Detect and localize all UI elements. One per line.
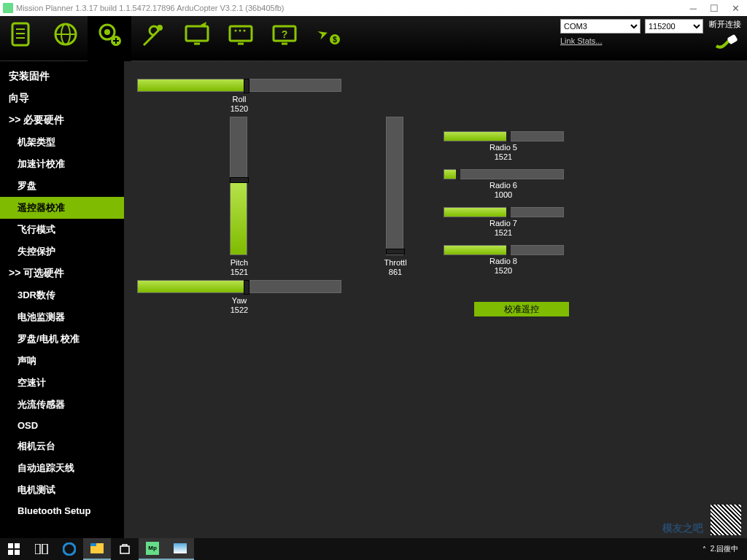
monitor-plane-icon <box>182 20 212 49</box>
donate-icon: $ <box>314 20 343 49</box>
svg-rect-27 <box>15 543 20 548</box>
svg-rect-29 <box>15 550 20 555</box>
nav-initial-setup[interactable]: 初始设置 <box>88 16 131 61</box>
svg-rect-31 <box>42 544 47 554</box>
explorer-icon[interactable] <box>83 538 111 560</box>
nav-donate[interactable]: 捐赠 $ <box>306 16 350 61</box>
sidebar-item-gimbal[interactable]: 相机云台 <box>0 435 124 457</box>
svg-rect-35 <box>120 546 129 553</box>
sidebar-item-frame[interactable]: 机架类型 <box>0 131 124 153</box>
window-titlebar: Mission Planner 1.3.17 build 1.1.5472.17… <box>0 0 747 16</box>
svg-point-32 <box>63 543 75 555</box>
radio5-bar <box>444 131 564 141</box>
pitch-label: Pitch1521 <box>210 258 268 277</box>
yaw-label: Yaw1522 <box>210 296 268 315</box>
sidebar-item-mandatory[interactable]: >> 必要硬件 <box>0 109 124 131</box>
qr-code <box>711 505 741 535</box>
sidebar-item-accel[interactable]: 加速计校准 <box>0 153 124 175</box>
nav-help[interactable]: 帮助 ? <box>263 16 306 61</box>
sidebar-item-3dr[interactable]: 3DR数传 <box>0 284 124 306</box>
svg-rect-13 <box>186 26 208 41</box>
wrench-icon <box>139 20 168 49</box>
radio7-label: Radio 71521 <box>474 219 533 238</box>
roll-label: Roll1520 <box>210 95 268 114</box>
sidebar-item-optional[interactable]: >> 可选硬件 <box>0 262 124 284</box>
svg-point-18 <box>244 29 246 31</box>
gear-plus-icon <box>95 20 124 49</box>
svg-point-17 <box>239 29 241 31</box>
radio8-label: Radio 81520 <box>474 257 533 276</box>
roll-bar <box>137 79 341 92</box>
start-button[interactable] <box>0 538 28 560</box>
app-task-icon[interactable] <box>166 538 194 560</box>
radio6-label: Radio 61000 <box>474 181 533 200</box>
disconnect-button[interactable]: 断开连接 <box>709 19 741 49</box>
app-icon <box>3 3 13 13</box>
nav-terminal[interactable]: 终端 <box>219 16 263 61</box>
help-icon: ? <box>270 20 299 49</box>
taskbar: Mp ˄ 2.回復中 <box>0 538 747 560</box>
svg-text:$: $ <box>333 36 337 44</box>
maximize-icon[interactable]: ☐ <box>710 3 719 14</box>
sidebar-item-failsafe[interactable]: 失控保护 <box>0 241 124 262</box>
radio8-bar <box>444 245 564 255</box>
sidebar-item-battery[interactable]: 电池监测器 <box>0 306 124 328</box>
calibrate-button[interactable]: 校准遥控 <box>474 302 569 316</box>
sidebar-item-sonar[interactable]: 声呐 <box>0 350 124 372</box>
sidebar-item-bluetooth[interactable]: Bluetooth Setup <box>0 501 124 521</box>
radio7-bar <box>444 207 564 217</box>
svg-rect-34 <box>90 543 96 546</box>
sidebar-item-optflow[interactable]: 光流传感器 <box>0 394 124 416</box>
svg-rect-30 <box>35 544 40 554</box>
throttle-bar <box>386 117 403 255</box>
window-title: Mission Planner 1.3.17 build 1.1.5472.17… <box>16 4 285 12</box>
edge-icon[interactable] <box>55 538 83 560</box>
svg-text:?: ? <box>282 28 288 40</box>
svg-point-12 <box>157 25 163 31</box>
watermark: 模友之吧 <box>662 522 703 535</box>
store-icon[interactable] <box>111 538 139 560</box>
svg-rect-28 <box>8 550 13 555</box>
radio5-label: Radio 51521 <box>474 143 533 162</box>
sidebar-item-flight-modes[interactable]: 飞行模式 <box>0 219 124 241</box>
sidebar-item-osd[interactable]: OSD <box>0 416 124 435</box>
content-area: Roll1520 Pitch1521 Throttl861 Yaw1522 Ra… <box>124 61 747 538</box>
tray-ime: 2.回復中 <box>711 544 738 554</box>
nav-flight-data[interactable]: 飞行数据 <box>0 16 44 61</box>
throttle-label: Throttl861 <box>366 258 425 277</box>
mission-planner-task-icon[interactable]: Mp <box>139 538 166 560</box>
baud-select[interactable]: 115200 <box>645 19 703 34</box>
pitch-bar <box>230 117 247 255</box>
document-icon <box>7 20 36 49</box>
sidebar-item-antenna[interactable]: 自动追踪天线 <box>0 457 124 479</box>
sidebar-item-firmware[interactable]: 安装固件 <box>0 66 124 88</box>
yaw-bar <box>137 280 341 293</box>
svg-rect-26 <box>8 543 13 548</box>
sidebar: 安装固件 向导 >> 必要硬件 机架类型 加速计校准 罗盘 遥控器校准 飞行模式… <box>0 61 124 538</box>
svg-point-8 <box>104 29 110 35</box>
sidebar-item-wizard[interactable]: 向导 <box>0 88 124 109</box>
link-stats-link[interactable]: Link Stats... <box>560 36 703 45</box>
nav-flight-plan[interactable]: 飞行计划 <box>44 16 88 61</box>
minimize-icon[interactable]: ─ <box>690 3 697 14</box>
sidebar-item-motor-test[interactable]: 电机测试 <box>0 479 124 501</box>
radio6-bar <box>444 169 564 179</box>
sidebar-item-compass-motor[interactable]: 罗盘/电机 校准 <box>0 328 124 350</box>
sidebar-item-airspeed[interactable]: 空速计 <box>0 372 124 394</box>
sidebar-item-compass[interactable]: 罗盘 <box>0 175 124 197</box>
nav-simulation[interactable]: 模拟 <box>175 16 219 61</box>
nav-config[interactable]: 配置/调试 <box>131 16 175 61</box>
system-tray[interactable]: ˄ 2.回復中 <box>703 544 747 554</box>
plug-icon <box>715 31 735 49</box>
svg-point-16 <box>235 29 237 31</box>
com-port-select[interactable]: COM3 <box>560 19 640 34</box>
terminal-icon <box>226 20 255 49</box>
close-icon[interactable]: ✕ <box>732 3 740 14</box>
tray-chevron-icon[interactable]: ˄ <box>703 545 706 553</box>
sidebar-item-radio-cal[interactable]: 遥控器校准 <box>0 197 124 219</box>
task-view-icon[interactable] <box>28 538 55 560</box>
main-toolbar: 飞行数据 飞行计划 初始设置 配置/调试 模拟 终端 帮助 <box>0 16 747 61</box>
svg-rect-15 <box>230 26 252 41</box>
globe-icon <box>51 20 80 49</box>
